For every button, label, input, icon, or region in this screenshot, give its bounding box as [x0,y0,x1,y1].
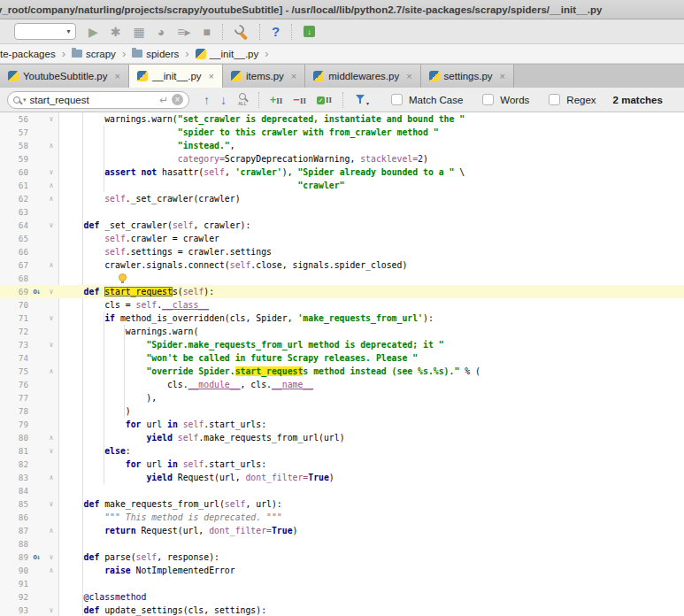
code-text[interactable] [58,205,684,219]
code-line[interactable]: 56∨ warnings.warn("set_crawler is deprec… [0,112,684,126]
fold-icon[interactable] [44,152,58,166]
code-line[interactable]: 77 ), [0,391,684,404]
editor-tab[interactable]: settings.py× [421,65,514,88]
line-number[interactable]: 68 [0,272,28,285]
code-line[interactable]: 86 """ This method is deprecated. """ [0,511,684,524]
line-number[interactable]: 87 [0,524,28,537]
code-text[interactable]: category=ScrapyDeprecationWarning, stack… [58,152,684,166]
fold-icon[interactable]: ∧ [44,564,58,577]
code-text[interactable]: yield self.make_requests_from_url(url) [58,431,684,444]
fold-icon[interactable]: ∧ [44,524,58,537]
fold-icon[interactable] [44,232,58,245]
code-line[interactable]: 65 self.crawler = crawler [0,232,684,245]
fold-icon[interactable]: ∨ [44,312,58,325]
fold-icon[interactable] [44,418,58,431]
code-text[interactable]: "override Spider.start_requests method i… [58,365,684,378]
line-number[interactable]: 71 [0,312,28,325]
clear-search-icon[interactable]: × [172,94,183,105]
fold-icon[interactable] [44,404,58,418]
line-number[interactable]: 67 [0,258,28,272]
line-number[interactable]: 73 [0,338,28,351]
code-text[interactable]: self._set_crawler(crawler) [58,192,684,205]
code-text[interactable]: def make_requests_from_url(self, url): [58,497,684,511]
line-number[interactable]: 75 [0,365,28,378]
fold-icon[interactable] [44,537,58,551]
code-text[interactable]: "crawler" [58,179,684,192]
select-all-occurrences-icon[interactable]: ✓ II [317,96,332,104]
fold-icon[interactable]: ∨ [44,285,58,298]
code-line[interactable]: 63 [0,205,684,219]
line-number[interactable]: 82 [0,458,28,471]
code-text[interactable]: warnings.warn( [58,325,684,338]
code-text[interactable]: def update_settings(cls, settings): [58,604,684,616]
line-number[interactable]: 79 [0,418,28,431]
fold-icon[interactable]: ∨ [44,551,58,564]
line-number[interactable]: 63 [0,205,28,219]
code-line[interactable]: 73∨ "Spider.make_requests_from_url metho… [0,338,684,351]
line-number[interactable]: 85 [0,497,28,511]
fold-icon[interactable]: ∧ [44,192,58,205]
code-line[interactable]: 81∨ else: [0,444,684,458]
previous-occurrence-icon[interactable]: ↑ [204,94,210,106]
breadcrumb-item[interactable]: __init__.py [196,49,259,59]
code-text[interactable]: def parse(self, response): [58,551,684,564]
profiler-icon[interactable]: ◕ [158,26,165,38]
remove-occurrence-icon[interactable]: − II [293,93,306,106]
fold-icon[interactable] [44,126,58,139]
line-number[interactable]: 88 [0,537,28,551]
code-text[interactable]: "instead.", [58,139,684,152]
code-line[interactable]: 68 [0,272,684,285]
code-line[interactable]: 76 cls.__module__, cls.__name__ [0,378,684,391]
line-number[interactable]: 80 [0,431,28,444]
code-editor[interactable]: 56∨ warnings.warn("set_crawler is deprec… [0,112,684,616]
line-number[interactable]: 58 [0,139,28,152]
line-number[interactable]: 69 [0,285,28,298]
line-number[interactable]: 78 [0,404,28,418]
line-number[interactable]: 89 [0,551,28,564]
code-line[interactable]: 67∧ crawler.signals.connect(self.close, … [0,258,684,272]
code-line[interactable]: 88 [0,537,684,551]
code-line[interactable]: 80∧ yield self.make_requests_from_url(ur… [0,431,684,444]
fold-icon[interactable] [44,245,58,258]
code-line[interactable]: 87∧ return Request(url, dont_filter=True… [0,524,684,537]
help-icon[interactable]: ? [272,25,280,38]
code-text[interactable] [58,484,684,497]
fold-icon[interactable]: ∨ [44,219,58,232]
code-line[interactable]: 62∧ self._set_crawler(crawler) [0,192,684,205]
code-line[interactable]: 60∨ assert not hasattr(self, 'crawler'),… [0,166,684,179]
line-number[interactable]: 56 [0,112,28,126]
line-number[interactable]: 57 [0,126,28,139]
line-number[interactable]: 93 [0,604,28,616]
code-line[interactable]: 82 for url in self.start_urls: [0,458,684,471]
line-number[interactable]: 59 [0,152,28,166]
code-line[interactable]: 75∧ "override Spider.start_requests meth… [0,365,684,378]
code-text[interactable]: self.crawler = crawler [58,232,684,245]
code-line[interactable]: 69o↓∨ def start_requests(self): [0,285,684,298]
code-line[interactable]: 74 "won't be called in future Scrapy rel… [0,351,684,365]
line-number[interactable]: 81 [0,444,28,458]
code-text[interactable]: for url in self.start_urls: [58,458,684,471]
fold-icon[interactable] [44,590,58,604]
code-line[interactable]: 93∨ def update_settings(cls, settings): [0,604,684,616]
fold-icon[interactable] [44,458,58,471]
editor-tab[interactable]: YoutubeSubtitle.py× [0,65,129,88]
line-number[interactable]: 74 [0,351,28,365]
code-text[interactable]: yield Request(url, dont_filter=True) [58,471,684,484]
code-text[interactable] [58,577,684,590]
fold-icon[interactable]: ∨ [44,166,58,179]
fold-icon[interactable]: ∧ [44,365,58,378]
line-number[interactable]: 65 [0,232,28,245]
fold-icon[interactable] [44,298,58,312]
line-number[interactable]: 70 [0,298,28,312]
code-line[interactable]: 57 "spider to this crawler with from_cra… [0,126,684,139]
fold-icon[interactable]: ∨ [44,338,58,351]
code-line[interactable]: 61∧ "crawler" [0,179,684,192]
line-number[interactable]: 72 [0,325,28,338]
fold-icon[interactable] [44,272,58,285]
regex-checkbox[interactable] [549,94,560,105]
code-text[interactable] [58,537,684,551]
fold-icon[interactable] [44,577,58,590]
code-line[interactable]: 78 ) [0,404,684,418]
code-line[interactable]: 90∧ raise NotImplementedError [0,564,684,577]
code-text[interactable]: if method_is_overridden(cls, Spider, 'ma… [58,312,684,325]
